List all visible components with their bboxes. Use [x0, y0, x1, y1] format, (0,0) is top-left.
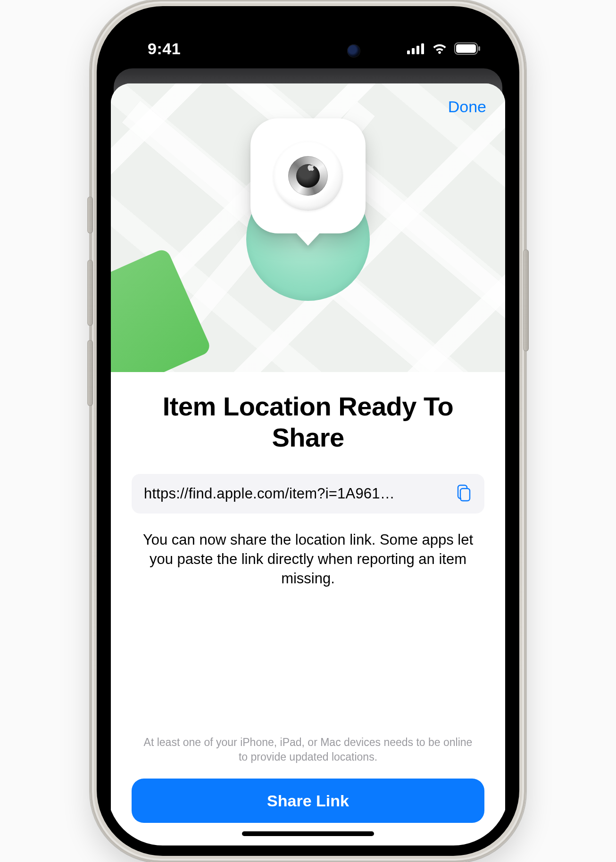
- status-time: 9:41: [148, 40, 181, 58]
- cellular-icon: [407, 43, 425, 54]
- share-link-url: https://find.apple.com/item?i=1A961…: [144, 485, 447, 502]
- side-button: [523, 249, 529, 351]
- sheet-title: Item Location Ready To Share: [132, 391, 484, 453]
- iphone-frame: 9:41: [90, 0, 526, 862]
- airtag-icon: [273, 141, 343, 211]
- home-indicator[interactable]: [242, 831, 374, 836]
- svg-rect-5: [456, 44, 476, 53]
- svg-rect-0: [407, 50, 410, 54]
- sheet-description: You can now share the location link. Som…: [132, 530, 484, 588]
- map-header: Done: [111, 83, 505, 372]
- apple-logo-icon: [305, 162, 316, 173]
- airtag-callout: [250, 118, 366, 233]
- svg-rect-7: [460, 489, 470, 501]
- svg-rect-2: [416, 46, 419, 54]
- share-link-field[interactable]: https://find.apple.com/item?i=1A961…: [132, 474, 484, 514]
- action-button: [87, 197, 93, 233]
- front-camera: [347, 44, 360, 58]
- copy-link-button[interactable]: [454, 482, 474, 506]
- dynamic-island: [245, 33, 371, 68]
- sheet-footnote: At least one of your iPhone, iPad, or Ma…: [132, 735, 484, 764]
- svg-rect-6: [478, 46, 480, 51]
- volume-down-button: [87, 340, 93, 406]
- share-link-button[interactable]: Share Link: [132, 779, 484, 823]
- share-item-sheet: Done Item Location Ready To Share https:…: [111, 83, 505, 845]
- volume-up-button: [87, 260, 93, 326]
- screen: 9:41: [107, 17, 509, 845]
- status-icons: [407, 42, 481, 55]
- battery-icon: [454, 42, 481, 55]
- done-button[interactable]: Done: [448, 98, 486, 116]
- svg-rect-3: [421, 43, 424, 54]
- sheet-content: Item Location Ready To Share https://fin…: [111, 372, 505, 845]
- svg-rect-1: [412, 48, 415, 54]
- wifi-icon: [432, 43, 448, 54]
- bezel: 9:41: [97, 6, 519, 856]
- copy-icon: [456, 484, 472, 502]
